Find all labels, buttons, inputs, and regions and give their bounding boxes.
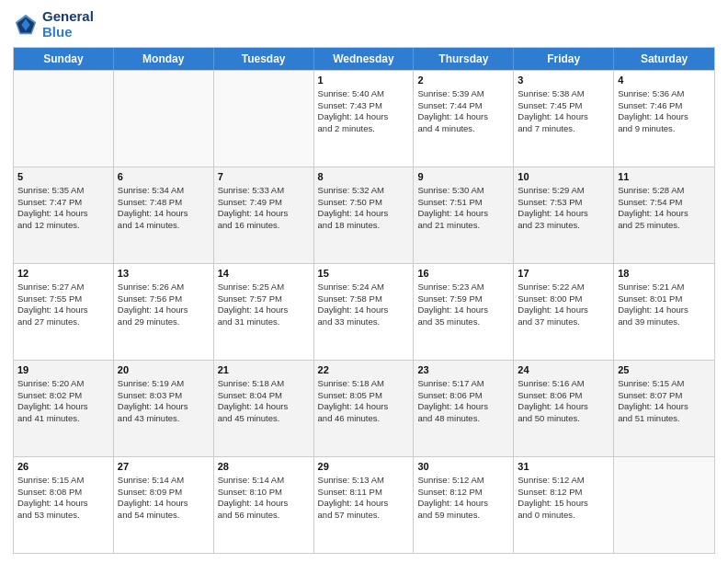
calendar-day-21: 21Sunrise: 5:18 AM Sunset: 8:04 PM Dayli… [214, 361, 314, 456]
day-number: 18 [618, 267, 711, 281]
day-number: 8 [318, 170, 410, 184]
calendar-day-1: 1Sunrise: 5:40 AM Sunset: 7:43 PM Daylig… [314, 71, 415, 167]
day-info: Sunrise: 5:25 AM Sunset: 7:57 PM Dayligh… [218, 282, 289, 327]
day-number: 17 [518, 267, 609, 281]
calendar-empty-cell [114, 71, 214, 167]
day-number: 12 [17, 267, 109, 281]
day-info: Sunrise: 5:32 AM Sunset: 7:50 PM Dayligh… [318, 185, 389, 230]
day-info: Sunrise: 5:21 AM Sunset: 8:01 PM Dayligh… [618, 282, 688, 327]
calendar-day-2: 2Sunrise: 5:39 AM Sunset: 7:44 PM Daylig… [414, 71, 514, 167]
day-number: 4 [618, 74, 711, 87]
calendar-week-1: 1Sunrise: 5:40 AM Sunset: 7:43 PM Daylig… [14, 70, 714, 167]
day-number: 24 [518, 363, 609, 377]
calendar-day-8: 8Sunrise: 5:32 AM Sunset: 7:50 PM Daylig… [314, 167, 415, 263]
calendar-day-17: 17Sunrise: 5:22 AM Sunset: 8:00 PM Dayli… [514, 264, 614, 360]
day-header-saturday: Saturday [614, 48, 714, 70]
calendar-day-12: 12Sunrise: 5:27 AM Sunset: 7:55 PM Dayli… [14, 264, 114, 360]
day-info: Sunrise: 5:18 AM Sunset: 8:04 PM Dayligh… [218, 378, 289, 423]
calendar-day-29: 29Sunrise: 5:13 AM Sunset: 8:11 PM Dayli… [314, 457, 415, 553]
day-info: Sunrise: 5:22 AM Sunset: 8:00 PM Dayligh… [518, 282, 588, 327]
day-info: Sunrise: 5:38 AM Sunset: 7:45 PM Dayligh… [518, 88, 588, 133]
calendar-header: SundayMondayTuesdayWednesdayThursdayFrid… [14, 48, 714, 70]
calendar-week-5: 26Sunrise: 5:15 AM Sunset: 8:08 PM Dayli… [14, 456, 714, 553]
day-number: 13 [118, 267, 210, 281]
calendar-day-19: 19Sunrise: 5:20 AM Sunset: 8:02 PM Dayli… [14, 361, 114, 456]
calendar-empty-cell [614, 457, 714, 553]
day-number: 19 [17, 363, 109, 377]
calendar-empty-cell [14, 71, 114, 167]
day-number: 11 [618, 170, 711, 184]
day-info: Sunrise: 5:17 AM Sunset: 8:06 PM Dayligh… [417, 378, 488, 423]
calendar-day-7: 7Sunrise: 5:33 AM Sunset: 7:49 PM Daylig… [214, 167, 314, 263]
calendar-day-20: 20Sunrise: 5:19 AM Sunset: 8:03 PM Dayli… [114, 361, 214, 456]
day-info: Sunrise: 5:40 AM Sunset: 7:43 PM Dayligh… [318, 88, 389, 133]
calendar-day-9: 9Sunrise: 5:30 AM Sunset: 7:51 PM Daylig… [414, 167, 514, 263]
calendar-day-24: 24Sunrise: 5:16 AM Sunset: 8:06 PM Dayli… [514, 361, 614, 456]
calendar-day-26: 26Sunrise: 5:15 AM Sunset: 8:08 PM Dayli… [14, 457, 114, 553]
calendar-day-25: 25Sunrise: 5:15 AM Sunset: 8:07 PM Dayli… [614, 361, 714, 456]
day-info: Sunrise: 5:15 AM Sunset: 8:07 PM Dayligh… [618, 378, 688, 423]
calendar-day-18: 18Sunrise: 5:21 AM Sunset: 8:01 PM Dayli… [614, 264, 714, 360]
calendar-day-13: 13Sunrise: 5:26 AM Sunset: 7:56 PM Dayli… [114, 264, 214, 360]
calendar-day-4: 4Sunrise: 5:36 AM Sunset: 7:46 PM Daylig… [614, 71, 714, 167]
day-info: Sunrise: 5:14 AM Sunset: 8:10 PM Dayligh… [218, 475, 289, 520]
day-info: Sunrise: 5:30 AM Sunset: 7:51 PM Dayligh… [417, 185, 488, 230]
day-info: Sunrise: 5:18 AM Sunset: 8:05 PM Dayligh… [318, 378, 389, 423]
day-number: 3 [518, 74, 609, 87]
day-info: Sunrise: 5:15 AM Sunset: 8:08 PM Dayligh… [17, 475, 88, 520]
day-info: Sunrise: 5:23 AM Sunset: 7:59 PM Dayligh… [417, 282, 488, 327]
day-number: 29 [318, 460, 410, 474]
day-info: Sunrise: 5:26 AM Sunset: 7:56 PM Dayligh… [118, 282, 188, 327]
day-info: Sunrise: 5:36 AM Sunset: 7:46 PM Dayligh… [618, 88, 688, 133]
day-number: 26 [17, 460, 109, 474]
day-info: Sunrise: 5:33 AM Sunset: 7:49 PM Dayligh… [218, 185, 289, 230]
header: General Blue [13, 9, 715, 40]
day-number: 10 [518, 170, 609, 184]
calendar-week-2: 5Sunrise: 5:35 AM Sunset: 7:47 PM Daylig… [14, 167, 714, 263]
day-header-friday: Friday [514, 48, 614, 70]
day-header-sunday: Sunday [14, 48, 114, 70]
calendar-day-10: 10Sunrise: 5:29 AM Sunset: 7:53 PM Dayli… [514, 167, 614, 263]
day-number: 2 [417, 74, 509, 87]
day-info: Sunrise: 5:13 AM Sunset: 8:11 PM Dayligh… [318, 475, 389, 520]
day-info: Sunrise: 5:14 AM Sunset: 8:09 PM Dayligh… [118, 475, 188, 520]
day-number: 7 [218, 170, 310, 184]
day-number: 30 [417, 460, 509, 474]
calendar-week-4: 19Sunrise: 5:20 AM Sunset: 8:02 PM Dayli… [14, 360, 714, 456]
day-info: Sunrise: 5:28 AM Sunset: 7:54 PM Dayligh… [618, 185, 688, 230]
day-number: 1 [318, 74, 410, 87]
day-info: Sunrise: 5:24 AM Sunset: 7:58 PM Dayligh… [318, 282, 389, 327]
day-number: 5 [17, 170, 109, 184]
calendar-day-6: 6Sunrise: 5:34 AM Sunset: 7:48 PM Daylig… [114, 167, 214, 263]
main-container: General Blue SundayMondayTuesdayWednesda… [0, 0, 728, 563]
calendar-day-14: 14Sunrise: 5:25 AM Sunset: 7:57 PM Dayli… [214, 264, 314, 360]
day-header-thursday: Thursday [414, 48, 514, 70]
calendar: SundayMondayTuesdayWednesdayThursdayFrid… [13, 47, 715, 554]
day-info: Sunrise: 5:19 AM Sunset: 8:03 PM Dayligh… [118, 378, 188, 423]
calendar-body: 1Sunrise: 5:40 AM Sunset: 7:43 PM Daylig… [14, 70, 714, 553]
day-number: 21 [218, 363, 310, 377]
calendar-day-15: 15Sunrise: 5:24 AM Sunset: 7:58 PM Dayli… [314, 264, 415, 360]
day-info: Sunrise: 5:12 AM Sunset: 8:12 PM Dayligh… [518, 475, 588, 520]
day-number: 14 [218, 267, 310, 281]
day-number: 28 [218, 460, 310, 474]
day-info: Sunrise: 5:34 AM Sunset: 7:48 PM Dayligh… [118, 185, 188, 230]
day-number: 31 [518, 460, 609, 474]
calendar-day-16: 16Sunrise: 5:23 AM Sunset: 7:59 PM Dayli… [414, 264, 514, 360]
day-info: Sunrise: 5:16 AM Sunset: 8:06 PM Dayligh… [518, 378, 588, 423]
calendar-day-11: 11Sunrise: 5:28 AM Sunset: 7:54 PM Dayli… [614, 167, 714, 263]
day-info: Sunrise: 5:35 AM Sunset: 7:47 PM Dayligh… [17, 185, 88, 230]
day-info: Sunrise: 5:12 AM Sunset: 8:12 PM Dayligh… [417, 475, 488, 520]
day-number: 16 [417, 267, 509, 281]
day-info: Sunrise: 5:29 AM Sunset: 7:53 PM Dayligh… [518, 185, 588, 230]
calendar-day-30: 30Sunrise: 5:12 AM Sunset: 8:12 PM Dayli… [414, 457, 514, 553]
day-info: Sunrise: 5:39 AM Sunset: 7:44 PM Dayligh… [417, 88, 488, 133]
calendar-week-3: 12Sunrise: 5:27 AM Sunset: 7:55 PM Dayli… [14, 263, 714, 360]
day-info: Sunrise: 5:27 AM Sunset: 7:55 PM Dayligh… [17, 282, 88, 327]
day-header-wednesday: Wednesday [314, 48, 415, 70]
calendar-day-22: 22Sunrise: 5:18 AM Sunset: 8:05 PM Dayli… [314, 361, 415, 456]
calendar-empty-cell [214, 71, 314, 167]
calendar-day-28: 28Sunrise: 5:14 AM Sunset: 8:10 PM Dayli… [214, 457, 314, 553]
day-number: 23 [417, 363, 509, 377]
day-number: 25 [618, 363, 711, 377]
